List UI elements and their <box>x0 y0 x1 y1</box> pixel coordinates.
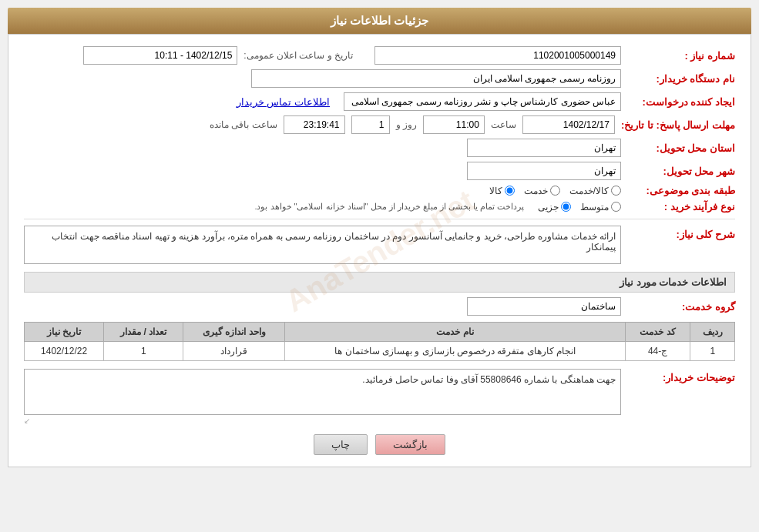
col-row: ردیف <box>690 323 735 342</box>
buyer-notes-row: توضیحات خریدار: جهت هماهنگی با شماره 558… <box>24 369 735 425</box>
cell-unit: قرارداد <box>183 342 285 361</box>
announce-date-label: تاریخ و ساعت اعلان عمومی: <box>243 50 353 61</box>
table-row: 1 ج-44 انجام کارهای متفرقه درخصوص بازساز… <box>25 342 735 361</box>
response-date-row: مهلت ارسال پاسخ: تا تاریخ: ساعت روز و سا… <box>24 115 735 134</box>
city-row: شهر محل تحویل: <box>24 162 735 180</box>
city-label: شهر محل تحویل: <box>627 166 735 177</box>
category-radio-kala-khedmat[interactable] <box>611 186 621 196</box>
col-name: نام خدمت <box>285 323 625 342</box>
col-count: تعداد / مقدار <box>104 323 183 342</box>
need-number-label: شماره نیاز : <box>627 50 735 62</box>
buyer-org-row: نام دستگاه خریدار: <box>24 69 735 88</box>
button-row: بازگشت چاپ <box>24 434 735 455</box>
buyer-org-label: نام دستگاه خریدار: <box>627 73 735 85</box>
cell-count: 1 <box>104 342 183 361</box>
col-code: کد خدمت <box>625 323 690 342</box>
page-header: جزئیات اطلاعات نیاز <box>8 8 751 34</box>
category-radio-khedmat[interactable] <box>550 186 560 196</box>
description-row: شرح کلی نیاز: ارائه خدمات مشاوره طراحی، … <box>24 226 735 264</box>
cell-name: انجام کارهای متفرقه درخصوص بازسازی و بهس… <box>285 342 625 361</box>
buyer-org-input <box>251 69 621 88</box>
col-date: تاریخ نیاز <box>25 323 104 342</box>
need-number-row: شماره نیاز : تاریخ و ساعت اعلان عمومی: <box>24 46 735 65</box>
buyer-notes-container: جهت هماهنگی با شماره 55808646 آقای وفا ت… <box>24 369 621 425</box>
cell-row: 1 <box>690 342 735 361</box>
response-remaining-label: ساعت باقی مانده <box>210 119 277 130</box>
category-radio-group: کالا/خدمت خدمت کالا <box>489 186 621 196</box>
creator-label: ایجاد کننده درخواست: <box>627 96 735 108</box>
service-group-input <box>467 297 621 316</box>
process-radio-group: متوسط جزیی <box>538 202 621 212</box>
response-remaining-input <box>284 115 345 134</box>
description-label: شرح کلی نیاز: <box>627 226 735 240</box>
col-unit: واحد اندازه گیری <box>183 323 285 342</box>
province-row: استان محل تحویل: <box>24 139 735 157</box>
description-value: ارائه خدمات مشاوره طراحی، خرید و جانمایی… <box>24 226 621 264</box>
category-option-khedmat[interactable]: خدمت <box>524 186 560 196</box>
response-date-input <box>522 115 615 134</box>
response-time-input <box>423 115 485 134</box>
response-day-label: روز و <box>396 119 417 130</box>
city-input <box>467 162 621 180</box>
process-option-jozee[interactable]: جزیی <box>538 202 571 212</box>
divider-1 <box>24 219 735 219</box>
page-container: جزئیات اطلاعات نیاز AnaTender.net شماره … <box>0 0 759 532</box>
print-button[interactable]: چاپ <box>314 434 368 455</box>
category-radio-kala[interactable] <box>505 186 515 196</box>
services-section-title: اطلاعات خدمات مورد نیاز <box>24 272 735 293</box>
creator-input <box>344 92 621 111</box>
process-type-label: نوع فرآیند خرید : <box>627 201 735 212</box>
creator-row: ایجاد کننده درخواست: اطلاعات تماس خریدار <box>24 92 735 111</box>
response-date-label: مهلت ارسال پاسخ: تا تاریخ: <box>621 119 735 131</box>
process-radio-motavaset[interactable] <box>611 202 621 212</box>
page-title: جزئیات اطلاعات نیاز <box>331 14 428 27</box>
back-button[interactable]: بازگشت <box>375 434 445 455</box>
cell-date: 1402/12/22 <box>25 342 104 361</box>
process-option-motavaset[interactable]: متوسط <box>580 202 621 212</box>
table-header-row: ردیف کد خدمت نام خدمت واحد اندازه گیری ت… <box>25 323 735 342</box>
category-label: طبقه بندی موضوعی: <box>627 185 735 196</box>
service-group-label: گروه خدمت: <box>627 301 735 313</box>
cell-code: ج-44 <box>625 342 690 361</box>
announce-date-input <box>83 46 237 65</box>
response-day-input <box>351 115 390 134</box>
process-type-row: نوع فرآیند خرید : متوسط جزیی پرداخت تمام… <box>24 201 735 212</box>
category-option-kala[interactable]: کالا <box>489 186 515 196</box>
province-input <box>467 139 621 157</box>
services-table: ردیف کد خدمت نام خدمت واحد اندازه گیری ت… <box>24 322 735 361</box>
buyer-notes-label: توضیحات خریدار: <box>627 369 735 383</box>
process-note: پرداخت تمام یا بخشی از مبلغ خریدار از مح… <box>254 202 524 212</box>
response-time-label: ساعت <box>491 119 516 130</box>
contact-info-link[interactable]: اطلاعات تماس خریدار <box>237 96 330 108</box>
province-label: استان محل تحویل: <box>627 142 735 154</box>
textarea-corner: ↙ <box>24 417 621 425</box>
buyer-notes-value: جهت هماهنگی با شماره 55808646 آقای وفا ت… <box>24 369 621 415</box>
process-radio-jozee[interactable] <box>561 202 571 212</box>
service-group-row: گروه خدمت: <box>24 297 735 316</box>
category-row: طبقه بندی موضوعی: کالا/خدمت خدمت کالا <box>24 185 735 196</box>
need-number-input[interactable] <box>374 46 621 65</box>
category-option-kala-khedmat[interactable]: کالا/خدمت <box>569 186 621 196</box>
main-content: AnaTender.net شماره نیاز : تاریخ و ساعت … <box>8 34 751 467</box>
